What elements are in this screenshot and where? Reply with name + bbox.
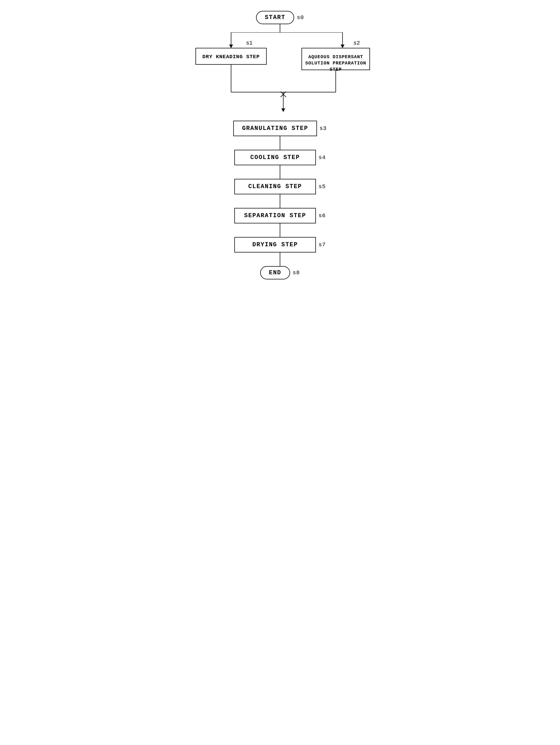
start-row: START s0 [185, 11, 375, 24]
s3-node: GRANULATING STEP s3 [233, 121, 326, 136]
start-terminal: START [256, 11, 294, 24]
svg-text:DRY KNEADING STEP: DRY KNEADING STEP [203, 54, 260, 60]
s4-row: COOLING STEP s4 [185, 150, 375, 165]
svg-marker-19 [281, 108, 285, 112]
split-area: s1 s2 DRY KNEADING STEP AQUEOUS DISPERSA… [185, 32, 375, 121]
granulating-box: GRANULATING STEP [233, 121, 317, 136]
s6-node: SEPARATION STEP s6 [234, 208, 326, 223]
line-s3-s4 [280, 136, 280, 150]
line-s4-s5 [280, 165, 280, 179]
split-svg: s1 s2 DRY KNEADING STEP AQUEOUS DISPERSA… [185, 32, 375, 119]
svg-marker-3 [229, 44, 233, 48]
end-id: s8 [293, 270, 300, 276]
s3-row: GRANULATING STEP s3 [185, 121, 375, 136]
cooling-label: COOLING STEP [250, 154, 300, 161]
s6-id: s6 [319, 213, 326, 219]
flowchart: START s0 s1 s2 DRY KNEADING STEP [185, 11, 375, 280]
start-id: s0 [297, 14, 304, 21]
svg-text:SOLUTION PREPARATION: SOLUTION PREPARATION [305, 61, 366, 66]
cleaning-box: CLEANING STEP [234, 179, 316, 194]
s6-row: SEPARATION STEP s6 [185, 208, 375, 223]
end-row: END s8 [185, 266, 375, 280]
granulating-label: GRANULATING STEP [242, 125, 308, 132]
svg-text:AQUEOUS DISPERSANT: AQUEOUS DISPERSANT [308, 54, 363, 60]
start-node: START s0 [256, 11, 304, 24]
line-s5-s6 [280, 194, 280, 208]
line-start-to-split [280, 24, 280, 32]
s7-row: DRYING STEP s7 [185, 237, 375, 253]
separation-box: SEPARATION STEP [234, 208, 316, 223]
start-label: START [265, 14, 285, 21]
svg-marker-4 [341, 44, 344, 48]
s5-node: CLEANING STEP s5 [234, 179, 326, 194]
end-node: END s8 [260, 266, 300, 280]
cooling-box: COOLING STEP [234, 150, 316, 165]
s7-node: DRYING STEP s7 [234, 237, 326, 253]
end-label: END [269, 269, 281, 276]
s3-id: s3 [320, 125, 327, 132]
s4-node: COOLING STEP s4 [234, 150, 326, 165]
drying-box: DRYING STEP [234, 237, 316, 253]
separation-label: SEPARATION STEP [244, 212, 306, 219]
s4-id: s4 [319, 154, 326, 161]
end-terminal: END [260, 266, 290, 280]
svg-text:s2: s2 [353, 40, 360, 46]
s5-row: CLEANING STEP s5 [185, 179, 375, 194]
line-s6-s7 [280, 223, 280, 237]
line-s7-end [280, 253, 280, 266]
svg-text:s1: s1 [246, 40, 253, 46]
s7-id: s7 [319, 241, 326, 248]
s5-id: s5 [319, 184, 326, 190]
cleaning-label: CLEANING STEP [248, 183, 302, 190]
drying-label: DRYING STEP [252, 241, 298, 248]
